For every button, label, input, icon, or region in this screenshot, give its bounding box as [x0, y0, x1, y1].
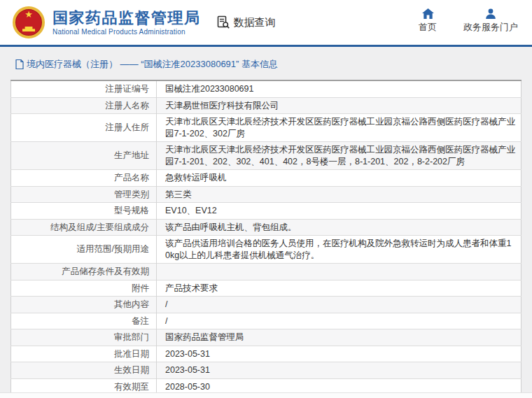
table-row: 注册人住所天津市北辰区天津北辰经济技术开发区医药医疗器械工业园京福公路西侧医药医… [11, 114, 522, 142]
field-value: 国家药品监督管理局 [157, 329, 522, 346]
field-label: 生产地址 [11, 142, 157, 170]
field-label: 注册证编号 [11, 80, 157, 97]
table-row: 结构及组成/主要组成成分该产品由呼吸机主机、背包组成。 [11, 219, 522, 236]
data-query-section[interactable]: 数据查询 [216, 15, 276, 29]
field-value: 天津市北辰区天津北辰经济技术开发区医药医疗器械工业园京福公路西侧医药医疗器械产业… [157, 142, 522, 170]
field-label: 管理类别 [11, 186, 157, 203]
page: ★ 国家药品监督管理局 National Medical Products Ad… [0, 0, 532, 398]
table-row: 其他内容/ [11, 297, 522, 313]
field-label: 型号规格 [11, 203, 157, 220]
field-value: 国械注准20233080691 [157, 80, 522, 97]
emblem-gate-icon [22, 27, 35, 31]
field-value: 2023-05-31 [157, 362, 522, 379]
field-label: 产品名称 [11, 170, 157, 187]
table-row: 注册人名称天津易世恒医疗科技有限公司 [11, 97, 522, 114]
table-row: 备注/ [11, 313, 522, 329]
header-nav: 首页 政务服务门户 [419, 8, 518, 34]
document-search-icon [216, 15, 230, 29]
table-row: 产品名称急救转运呼吸机 [11, 170, 522, 187]
table-row: 产品储存条件及有效期 [11, 264, 522, 280]
home-icon [422, 8, 434, 19]
nav-home[interactable]: 首页 [419, 8, 437, 34]
field-value: 该产品由呼吸机主机、背包组成。 [157, 219, 522, 236]
field-label: 产品储存条件及有效期 [11, 264, 157, 280]
field-value: 该产品供适用培训合格的医务人员使用，在医疗机构及院外急救转运时为成人患者和体重1… [157, 236, 522, 264]
site-header: ★ 国家药品监督管理局 National Medical Products Ad… [0, 0, 532, 45]
field-label: 生效日期 [11, 362, 157, 379]
field-label: 附件 [11, 280, 157, 297]
field-label: 注册人住所 [11, 114, 157, 142]
field-value: EV10、EV12 [157, 203, 522, 220]
table-row: 生效日期2023-05-31 [11, 362, 522, 379]
info-table-body: 注册证编号国械注准20233080691注册人名称天津易世恒医疗科技有限公司注册… [11, 80, 522, 398]
field-value: 天津市北辰区天津北辰经济技术开发区医药医疗器械工业园京福公路西侧医药医疗器械产业… [157, 114, 522, 142]
main-content: 境内医疗器械（注册） —— “国械注准20233080691” 基本信息 注册证… [0, 47, 532, 398]
field-label: 结构及组成/主要组成成分 [11, 219, 157, 236]
document-icon [15, 59, 24, 69]
field-label: 备注 [11, 313, 157, 329]
national-emblem-logo: ★ [13, 6, 45, 38]
table-row: 注册证编号国械注准20233080691 [11, 80, 522, 97]
field-value: 第三类 [157, 186, 522, 203]
field-value [157, 264, 522, 280]
field-value: 急救转运呼吸机 [157, 170, 522, 187]
field-value: 产品技术要求 [157, 280, 522, 297]
table-row: 审批部门国家药品监督管理局 [11, 329, 522, 346]
info-table: 注册证编号国械注准20233080691注册人名称天津易世恒医疗科技有限公司注册… [10, 80, 522, 398]
table-row: 生产地址天津市北辰区天津北辰经济技术开发区医药医疗器械工业园京福公路西侧医药医疗… [11, 142, 522, 170]
table-row: 批准日期2023-05-31 [11, 346, 522, 362]
nav-portal-label: 政务服务门户 [463, 21, 518, 34]
breadcrumb: 境内医疗器械（注册） —— “国械注准20233080691” 基本信息 [15, 58, 522, 71]
emblem-star-icon: ★ [24, 10, 33, 19]
org-subtitle: National Medical Products Administration [52, 28, 201, 36]
field-label: 注册人名称 [11, 97, 157, 114]
org-title: 国家药品监督管理局 [52, 9, 201, 27]
breadcrumb-text: 境内医疗器械（注册） —— “国械注准20233080691” 基本信息 [27, 58, 278, 71]
table-row: 附件产品技术要求 [11, 280, 522, 297]
user-icon [485, 8, 496, 19]
field-label: 其他内容 [11, 297, 157, 313]
footer-strip [0, 392, 532, 398]
nav-home-label: 首页 [419, 21, 437, 34]
nav-gov-portal[interactable]: 政务服务门户 [463, 8, 518, 34]
table-row: 适用范围/预期用途该产品供适用培训合格的医务人员使用，在医疗机构及院外急救转运时… [11, 236, 522, 264]
field-value: 天津易世恒医疗科技有限公司 [157, 97, 522, 114]
field-label: 批准日期 [11, 346, 157, 362]
field-value: / [157, 297, 522, 313]
field-value: 2023-05-31 [157, 346, 522, 362]
field-label: 适用范围/预期用途 [11, 236, 157, 264]
org-title-block: 国家药品监督管理局 National Medical Products Admi… [52, 9, 201, 36]
field-label: 审批部门 [11, 329, 157, 346]
table-row: 管理类别第三类 [11, 186, 522, 203]
table-row: 型号规格EV10、EV12 [11, 203, 522, 220]
data-query-label: 数据查询 [234, 16, 276, 29]
field-value: / [157, 313, 522, 329]
